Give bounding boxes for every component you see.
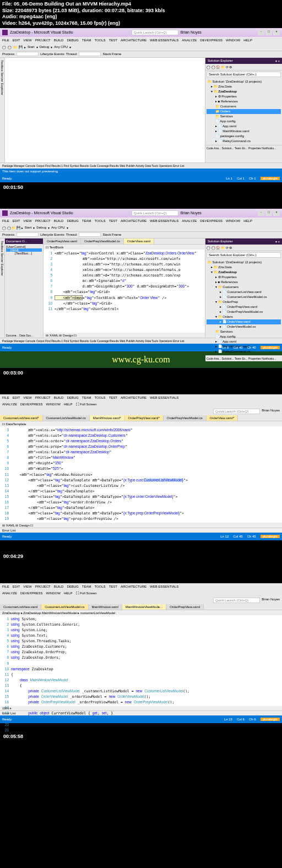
solution-explorer: Solution Explorer▾ × ◯ ◯ 🏠 📁 ⟳ ⚙ Search … xyxy=(205,238,282,338)
bottom-panel-tabs[interactable]: Package Manager Console Output Find Resu… xyxy=(0,162,282,169)
menu-tools[interactable]: TOOLS xyxy=(94,39,105,42)
menu-file[interactable]: FILE xyxy=(2,219,9,223)
titlebar[interactable]: ZzaDesktop - Microsoft Visual Studio Qui… xyxy=(0,209,282,218)
statusbar: Ready Ln 1Col 1Ch 1pluralsight xyxy=(0,175,282,182)
toolbar: ◯ ◯ 📁 💾 ▸ Start ▾ Debug ▾ Any CPU ▾ xyxy=(0,44,282,51)
menu-project[interactable]: PROJECT xyxy=(35,219,51,223)
menu-architecture[interactable]: ARCHITECTURE xyxy=(121,219,147,223)
vs-window-4: FILEEDITVIEWPROJECTBUILDDEBUGTEAMTOOLSTE… xyxy=(0,583,282,723)
open-icon[interactable]: 📁 xyxy=(13,45,17,49)
timestamp-1: 00:01:50 xyxy=(0,182,282,192)
timestamp-3: 00:04:29 xyxy=(0,551,282,561)
menu-help[interactable]: HELP xyxy=(243,39,252,42)
timestamp-2: 00:03:00 xyxy=(0,368,282,378)
menu-window[interactable]: WINDOW xyxy=(226,39,240,42)
start-button[interactable]: Start xyxy=(28,45,35,48)
solution-tree[interactable]: 📁 Solution 'ZzaDesktop' (2 projects) ▸ 📁… xyxy=(205,78,282,145)
menu-devexpress[interactable]: DEVEXPRESS xyxy=(200,39,223,42)
code-editor[interactable]: 1using System; 2using System.Collections… xyxy=(0,615,282,706)
menu-debug[interactable]: DEBUG xyxy=(67,219,78,223)
maximize-icon[interactable]: □ xyxy=(265,30,272,35)
vs-logo-icon xyxy=(2,210,8,216)
menu-test[interactable]: TEST xyxy=(109,219,117,223)
menu-help[interactable]: HELP xyxy=(243,219,252,223)
minimize-icon[interactable]: - xyxy=(258,30,264,35)
menu-view[interactable]: VIEW xyxy=(23,39,31,42)
menu-edit[interactable]: EDIT xyxy=(13,39,20,42)
menu-project[interactable]: PROJECT xyxy=(35,39,51,42)
save-icon[interactable]: 💾 xyxy=(19,45,23,49)
menu-web essentials[interactable]: WEB ESSENTIALS xyxy=(150,219,178,223)
vs-window-1: ZzaDesktop - Microsoft Visual Studio Qui… xyxy=(0,28,282,182)
tab-active[interactable]: OrderView.xaml xyxy=(124,238,154,244)
menu-analyze[interactable]: ANALYZE xyxy=(182,219,197,223)
code-editor[interactable]: OrderPrepView.xaml OrderPrepViewModel.cs… xyxy=(44,238,205,338)
menu-view[interactable]: VIEW xyxy=(23,219,31,223)
document-outline: Document O... [UserControl] [Grid] [Text… xyxy=(5,238,44,338)
vs-window-2: ZzaDesktop - Microsoft Visual Studio Qui… xyxy=(0,209,282,351)
menu-debug[interactable]: DEBUG xyxy=(67,39,78,42)
debug-toolbar: Process: Lifecycle Events Thread: Stack … xyxy=(0,51,282,58)
preview-bar: This item does not support previewing xyxy=(0,169,282,175)
code-editor[interactable]: 3 attr">xmlns:x="http://schemas.microsof… xyxy=(0,426,282,523)
solexp-toolbar[interactable]: ◯ ◯ 🏠 📁 ⟳ ⚙ xyxy=(205,64,282,70)
nav-back-icon[interactable]: ◯ xyxy=(2,45,6,49)
menu-edit[interactable]: EDIT xyxy=(13,219,20,223)
tab[interactable]: OrderPrepViewModel.cs xyxy=(81,238,124,244)
file-metadata: File: 05_06-Demo Building Out an MVVM Hi… xyxy=(0,0,282,28)
menu-test[interactable]: TEST xyxy=(109,39,117,42)
toolbox-tab[interactable]: Toolbox Server Explorer xyxy=(0,58,5,162)
menu-team[interactable]: TEAM xyxy=(82,39,91,42)
tab[interactable]: OrderPrepView.xaml xyxy=(44,238,81,244)
vs-window-3: FILEEDITVIEWPROJECTBUILDDEBUGTEAMTOOLSTE… xyxy=(0,394,282,540)
menu-window[interactable]: WINDOW xyxy=(226,219,240,223)
quick-launch[interactable]: Quick Launch (Ctrl+Q) xyxy=(132,30,178,35)
menu-web essentials[interactable]: WEB ESSENTIALS xyxy=(150,39,178,42)
solution-explorer: Solution Explorer▾ × ◯ ◯ 🏠 📁 ⟳ ⚙ Search … xyxy=(205,58,282,162)
vs-logo-icon xyxy=(2,30,8,35)
prop-tabs[interactable]: Code Ana... Solution... Team Ex... Prope… xyxy=(205,145,282,151)
menu-file[interactable]: FILE xyxy=(2,39,9,42)
menu-team[interactable]: TEAM xyxy=(82,219,91,223)
editor-empty xyxy=(5,58,205,162)
menubar: FILEEDITVIEWPROJECTBUILDDEBUGTEAMTOOLSTE… xyxy=(0,37,282,44)
menu-analyze[interactable]: ANALYZE xyxy=(182,39,197,42)
solexp-search[interactable]: Search Solution Explorer (Ctrl+;) xyxy=(207,72,281,77)
menu-devexpress[interactable]: DEVEXPRESS xyxy=(200,219,223,223)
window-title: ZzaDesktop - Microsoft Visual Studio xyxy=(10,30,73,34)
user-name: Brian Noyes xyxy=(181,30,202,34)
menu-architecture[interactable]: ARCHITECTURE xyxy=(121,39,147,42)
panel-controls[interactable]: ▾ × xyxy=(275,59,280,63)
close-icon[interactable]: × xyxy=(273,30,280,35)
menu-build[interactable]: BUILD xyxy=(54,39,64,42)
solution-node[interactable]: 📁 Solution 'ZzaDesktop' (2 projects) xyxy=(207,79,281,84)
config-cpu[interactable]: Any CPU xyxy=(54,45,68,48)
nav-fwd-icon[interactable]: ◯ xyxy=(8,45,12,49)
menu-tools[interactable]: TOOLS xyxy=(94,219,105,223)
timestamp-4: 00:05:58 xyxy=(0,731,282,741)
orders-folder[interactable]: 📁 Orders xyxy=(207,109,281,114)
menu-build[interactable]: BUILD xyxy=(54,219,64,223)
config-debug[interactable]: Debug xyxy=(40,45,50,48)
titlebar[interactable]: ZzaDesktop - Microsoft Visual Studio Qui… xyxy=(0,28,282,37)
